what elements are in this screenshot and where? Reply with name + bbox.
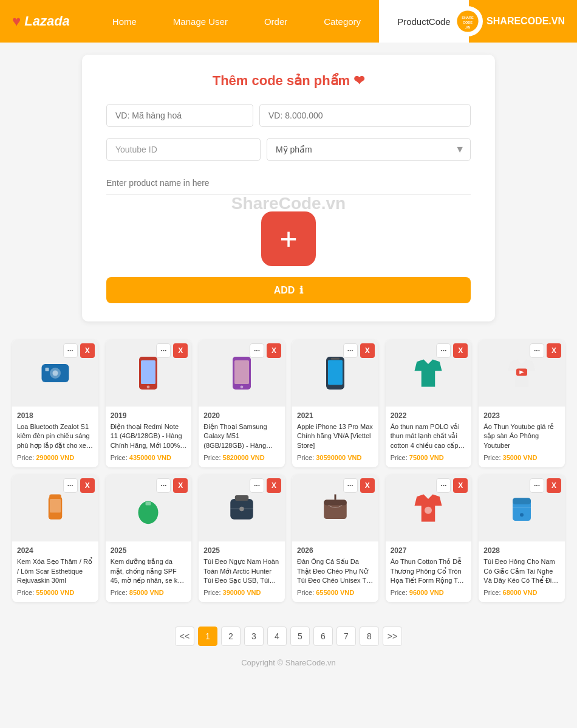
product-info: 2022 Áo thun nam POLO vải thun mát lạnh … <box>386 407 472 467</box>
card-delete-button[interactable]: X <box>80 478 95 493</box>
nav-item-order[interactable]: Order <box>246 0 306 43</box>
products-grid: ··· X 2018 Loa Bluetooth Zealot S1 kiêm … <box>12 340 565 602</box>
product-id: 2028 <box>483 546 560 555</box>
card-more-button[interactable]: ··· <box>250 478 264 493</box>
product-card[interactable]: ··· X 2028 Túi Đeo Hông Cho Nam Có Giắc … <box>479 475 565 602</box>
product-card[interactable]: ··· X 2020 Điện Thoại Samsung Galaxy M51… <box>199 340 285 467</box>
card-more-button[interactable]: ··· <box>436 478 451 493</box>
card-more-button[interactable]: ··· <box>530 478 544 493</box>
add-submit-button[interactable]: ADD ℹ <box>106 277 471 303</box>
product-id: 2022 <box>391 411 467 420</box>
product-price: Price: 35000 VND <box>483 454 560 461</box>
product-price: Price: 68000 VND <box>483 589 560 596</box>
product-info: 2025 Kem dưỡng trắng da mặt, chống nắng … <box>106 541 192 602</box>
svg-point-35 <box>425 507 432 514</box>
product-id: 2021 <box>297 411 374 420</box>
pagination-page-6[interactable]: 6 <box>313 627 333 646</box>
logo-heart-icon: ♥ <box>12 13 21 30</box>
product-name: Apple iPhone 13 Pro Max Chính hãng VN/A … <box>297 422 374 450</box>
card-delete-button[interactable]: X <box>173 478 188 493</box>
card-more-button[interactable]: ··· <box>250 343 264 358</box>
card-more-button[interactable]: ··· <box>530 343 544 358</box>
card-actions: ··· X <box>63 478 95 493</box>
card-delete-button[interactable]: X <box>453 478 468 493</box>
card-more-button[interactable]: ··· <box>343 343 358 358</box>
product-card[interactable]: ··· X 2018 Loa Bluetooth Zealot S1 kiêm … <box>12 340 98 467</box>
svg-rect-32 <box>324 500 347 506</box>
pagination-next[interactable]: >> <box>383 627 402 646</box>
product-card[interactable]: ··· X 2024 Kem Xóa Sẹo Thâm / Rổ / Lõm S… <box>12 475 98 602</box>
product-code-label-input[interactable] <box>106 104 253 127</box>
product-info: 2028 Túi Đeo Hông Cho Nam Có Giắc Cắm Ta… <box>479 541 565 602</box>
card-delete-button[interactable]: X <box>453 343 468 358</box>
svg-rect-23 <box>50 499 61 513</box>
product-price: Price: 390000 VND <box>203 589 280 596</box>
product-name: Áo thun nam POLO vải thun mát lạnh chất … <box>391 422 467 450</box>
pagination-page-5[interactable]: 5 <box>290 627 310 646</box>
pagination-page-7[interactable]: 7 <box>336 627 356 646</box>
product-info: 2018 Loa Bluetooth Zealot S1 kiêm đèn pi… <box>12 407 98 467</box>
plus-icon: + <box>279 224 297 254</box>
pagination-page-8[interactable]: 8 <box>360 627 379 646</box>
svg-rect-37 <box>513 498 531 505</box>
product-price: Price: 5820000 VND <box>203 454 280 461</box>
svg-rect-28 <box>235 495 249 501</box>
product-info: 2020 Điện Thoại Samsung Galaxy M51 (8GB/… <box>199 407 285 467</box>
product-price: Price: 75000 VND <box>391 454 467 461</box>
card-delete-button[interactable]: X <box>360 478 375 493</box>
svg-text:CODE: CODE <box>463 21 473 24</box>
product-id: 2018 <box>17 411 94 420</box>
product-card[interactable]: ··· X 2025 Túi Đeo Ngực Nam Hoàn Toàn Mớ… <box>199 475 285 602</box>
nav-item-home[interactable]: Home <box>94 0 155 43</box>
card-actions: ··· X <box>343 478 375 493</box>
product-card[interactable]: ··· X 2021 Apple iPhone 13 Pro Max Chính… <box>292 340 378 467</box>
card-more-button[interactable]: ··· <box>156 343 171 358</box>
card-delete-button[interactable]: X <box>547 343 561 358</box>
product-name: Kem Xóa Sẹo Thâm / Rổ / Lõm Scar Estheti… <box>17 557 94 585</box>
product-card[interactable]: ··· X 2026 Đàn Ông Cá Sấu Da Thật Đeo Ch… <box>292 475 378 602</box>
product-name: Điện thoại Redmi Note 11 (4GB/128GB) - H… <box>111 422 187 450</box>
card-actions: ··· X <box>250 343 281 358</box>
product-card[interactable]: ··· X 2019 Điện thoại Redmi Note 11 (4GB… <box>106 340 192 467</box>
product-card[interactable]: ··· X 2023 Áo Thun Youtube giá rẻ sập sà… <box>479 340 565 467</box>
product-info: 2019 Điện thoại Redmi Note 11 (4GB/128GB… <box>106 407 192 467</box>
product-card[interactable]: ··· X 2022 Áo thun nam POLO vải thun mát… <box>386 340 472 467</box>
card-delete-button[interactable]: X <box>267 343 281 358</box>
add-image-button[interactable]: + <box>261 211 316 266</box>
product-name: Túi Đeo Hông Cho Nam Có Giắc Cắm Tai Ngh… <box>483 557 560 585</box>
card-more-button[interactable]: ··· <box>436 343 451 358</box>
add-product-form: Thêm code sản phẩm ❤ ShareCode.vn Youtub… <box>82 55 495 321</box>
card-more-button[interactable]: ··· <box>63 478 78 493</box>
product-card[interactable]: ··· X 2027 Áo Thun Cotton Thỏ Dễ Thương … <box>386 475 472 602</box>
product-price: Price: 85000 VND <box>111 589 187 596</box>
product-card[interactable]: ··· X 2025 Kem dưỡng trắng da mặt, chống… <box>106 475 192 602</box>
logo-text: Lazada <box>24 13 70 29</box>
pagination-page-4[interactable]: 4 <box>267 627 287 646</box>
nav-item-category[interactable]: Category <box>306 0 379 43</box>
category-select[interactable]: Mỹ phẩmĐiện thoạiThời trangTúi xáchĐồng … <box>267 138 471 161</box>
card-more-button[interactable]: ··· <box>343 478 358 493</box>
card-delete-button[interactable]: X <box>267 478 281 493</box>
pagination: <<12345678>> <box>12 614 565 652</box>
watermark: ShareCode.vn <box>231 194 346 213</box>
product-id: 2027 <box>391 546 467 555</box>
card-delete-button[interactable]: X <box>80 343 95 358</box>
product-price: Price: 290000 VND <box>17 454 94 461</box>
card-more-button[interactable]: ··· <box>63 343 78 358</box>
pagination-prev[interactable]: << <box>175 627 194 646</box>
pagination-page-2[interactable]: 2 <box>221 627 241 646</box>
card-actions: ··· X <box>63 343 95 358</box>
product-price: Price: 30590000 VND <box>297 454 374 461</box>
card-delete-button[interactable]: X <box>360 343 375 358</box>
card-delete-button[interactable]: X <box>173 343 188 358</box>
product-name: Áo Thun Cotton Thỏ Dễ Thương Phông Cổ Tr… <box>391 557 467 585</box>
card-actions: ··· X <box>343 343 375 358</box>
logo[interactable]: ♥ Lazada <box>12 13 70 30</box>
product-name-input[interactable] <box>106 172 471 194</box>
nav-item-manage-user[interactable]: Manage User <box>155 0 246 43</box>
pagination-page-1[interactable]: 1 <box>198 627 217 646</box>
pagination-page-3[interactable]: 3 <box>244 627 264 646</box>
card-delete-button[interactable]: X <box>547 478 561 493</box>
product-code-value-input[interactable] <box>259 104 471 127</box>
card-more-button[interactable]: ··· <box>156 478 171 493</box>
